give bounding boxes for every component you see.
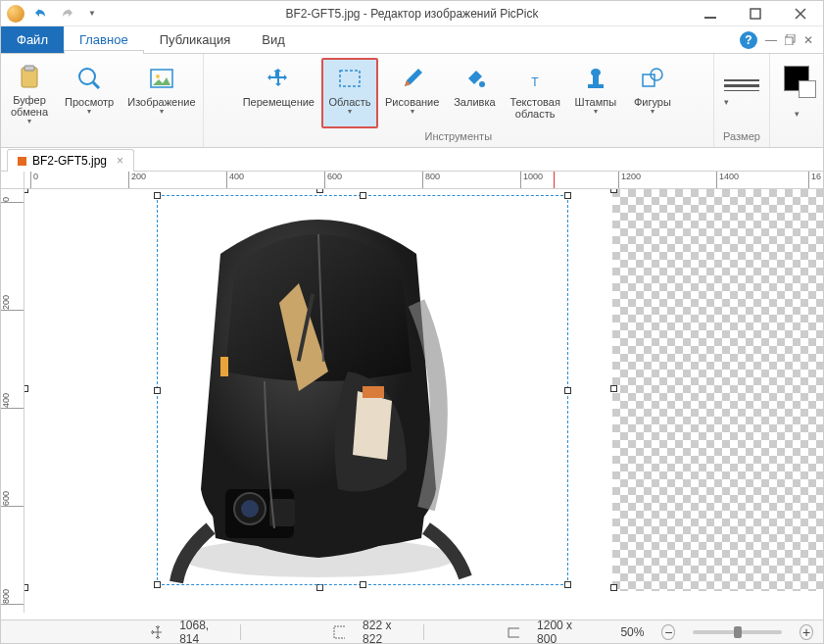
svg-point-9 <box>156 74 160 78</box>
ruler-tick: 600 <box>1 489 24 507</box>
svg-rect-20 <box>724 90 759 91</box>
draw-tool[interactable]: Рисование ▾ <box>378 58 446 128</box>
svg-rect-18 <box>724 79 759 81</box>
tab-publish[interactable]: Публикация <box>144 26 247 53</box>
dropdown-caret-icon[interactable]: ▾ <box>795 109 800 119</box>
clipboard-button[interactable]: Буфер обмена ▾ <box>1 58 58 128</box>
inner-minimize-button[interactable]: — <box>765 33 777 47</box>
color-swatch[interactable] <box>778 60 815 97</box>
svg-rect-13 <box>588 84 604 88</box>
selection-size: 822 x 822 <box>363 619 406 645</box>
canvas-handle[interactable] <box>610 189 617 193</box>
fill-tool[interactable]: Заливка <box>446 58 503 128</box>
bucket-icon <box>459 63 490 94</box>
canvas-size: 1200 x 800 <box>537 619 585 645</box>
selection-handle[interactable] <box>360 192 366 199</box>
ruler-tick: 400 <box>226 172 244 189</box>
qat-dropdown[interactable]: ▼ <box>81 3 103 25</box>
maximize-button[interactable] <box>733 1 778 26</box>
selection-handle[interactable] <box>564 192 571 199</box>
svg-point-15 <box>591 69 601 76</box>
ruler-tick: 0 <box>30 172 38 189</box>
group-tools-label: Инструменты <box>424 128 492 144</box>
canvas-handle[interactable] <box>610 584 617 591</box>
selection-marquee[interactable] <box>157 195 568 585</box>
canvas-handle[interactable] <box>24 189 28 193</box>
vertical-ruler[interactable]: 0 200 400 600 800 <box>1 189 24 613</box>
zoom-slider[interactable] <box>693 630 782 634</box>
selection-handle[interactable] <box>564 581 571 588</box>
image-button[interactable]: Изображение ▾ <box>121 58 202 128</box>
move-label: Перемещение <box>243 96 315 108</box>
minimize-button[interactable] <box>688 1 733 26</box>
svg-rect-10 <box>340 71 360 86</box>
selection-handle[interactable] <box>154 387 161 394</box>
dropdown-caret-icon: ▾ <box>651 108 654 116</box>
document-tab[interactable]: BF2-GFT5.jpg × <box>7 149 134 172</box>
undo-button[interactable] <box>30 3 52 25</box>
svg-rect-30 <box>509 628 519 637</box>
ruler-tick: 200 <box>1 293 24 311</box>
image-icon <box>146 63 177 94</box>
horizontal-ruler[interactable]: 0 200 400 600 800 1000 1200 1400 16 <box>24 172 823 189</box>
file-menu[interactable]: Файл <box>1 26 64 53</box>
area-tool[interactable]: Область ▾ <box>321 58 378 128</box>
dropdown-caret-icon[interactable]: ▾ <box>724 97 759 107</box>
ruler-tick: 600 <box>324 172 342 189</box>
close-tab-button[interactable]: × <box>117 154 123 168</box>
svg-rect-3 <box>785 37 793 45</box>
canvas-handle[interactable] <box>24 584 28 591</box>
ruler-tick: 16 <box>808 172 821 189</box>
help-icon[interactable]: ? <box>740 31 757 49</box>
zoom-level: 50% <box>620 625 644 639</box>
selection-handle[interactable] <box>154 192 161 199</box>
svg-rect-1 <box>751 9 760 19</box>
zoom-slider-thumb[interactable] <box>734 626 742 638</box>
window-controls <box>688 1 823 26</box>
shapes-tool[interactable]: Фигуры ▾ <box>624 58 681 128</box>
app-icon <box>7 5 24 23</box>
canvas-handle[interactable] <box>316 584 323 591</box>
tab-view[interactable]: Вид <box>246 26 301 53</box>
secondary-color[interactable] <box>799 80 816 98</box>
svg-line-7 <box>93 82 99 88</box>
fill-label: Заливка <box>454 96 495 108</box>
primary-color[interactable] <box>784 66 809 91</box>
svg-point-11 <box>479 81 485 87</box>
canvas-handle[interactable] <box>610 385 617 392</box>
title-bar: ▼ BF2-GFT5.jpg - Редактор изображений Pi… <box>1 1 823 26</box>
window-title: BF2-GFT5.jpg - Редактор изображений PicP… <box>285 7 538 21</box>
ribbon-group-clipboard: Буфер обмена ▾ Просмотр ▾ Изображение ▾ <box>1 54 204 147</box>
document-tabs: BF2-GFT5.jpg × <box>1 148 823 172</box>
dropdown-caret-icon: ▾ <box>87 108 91 116</box>
selection-handle[interactable] <box>564 387 571 394</box>
stamp-tool[interactable]: Штампы ▾ <box>567 58 624 128</box>
svg-point-6 <box>79 69 95 84</box>
canvas-handle[interactable] <box>24 385 28 392</box>
canvas[interactable] <box>24 189 823 613</box>
quick-access-toolbar: ▼ <box>30 3 103 25</box>
view-button[interactable]: Просмотр ▾ <box>58 58 121 128</box>
move-icon <box>263 63 294 94</box>
selection-handle[interactable] <box>154 581 161 588</box>
text-icon: T <box>519 63 551 94</box>
ruler-corner <box>1 172 24 189</box>
tab-main[interactable]: Главное <box>64 26 144 53</box>
ruler-marker <box>554 172 557 189</box>
text-tool[interactable]: T Текстовая область <box>503 58 566 128</box>
redo-button[interactable] <box>56 3 77 25</box>
clipboard-icon <box>14 63 45 92</box>
inner-close-button[interactable]: ✕ <box>803 33 813 47</box>
close-button[interactable] <box>778 1 823 26</box>
cursor-pos-icon <box>151 625 163 639</box>
inner-restore-button[interactable] <box>785 34 796 45</box>
line-weight-icon[interactable] <box>724 79 759 93</box>
move-tool[interactable]: Перемещение <box>236 58 321 128</box>
zoom-in-button[interactable]: + <box>800 624 813 640</box>
magnifier-icon <box>73 63 105 94</box>
zoom-out-button[interactable]: − <box>661 624 675 640</box>
canvas-handle[interactable] <box>316 189 323 193</box>
title-filename: BF2-GFT5.jpg <box>285 7 360 21</box>
selection-handle[interactable] <box>360 581 366 588</box>
ruler-tick: 1200 <box>618 172 641 189</box>
